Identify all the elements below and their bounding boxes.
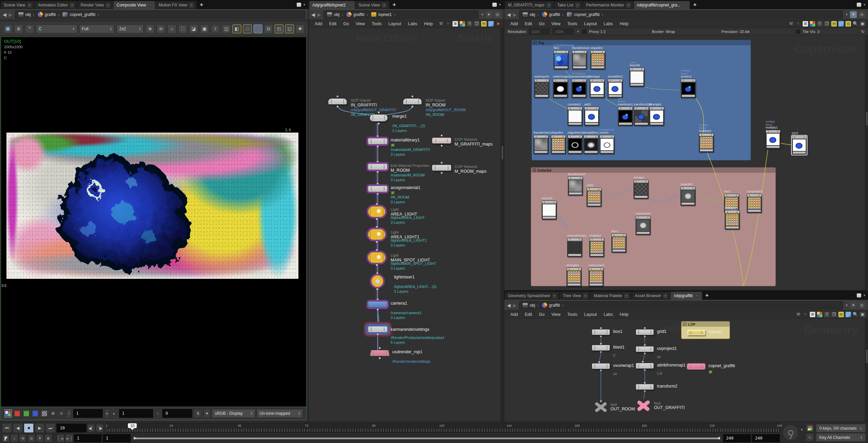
channel-blue-button[interactable] bbox=[32, 409, 39, 418]
scoped-channels-icon[interactable]: ∿ bbox=[806, 433, 814, 441]
lop-node[interactable]: materiallibrary1 /materials/M_GRAFFITI 3… bbox=[368, 138, 387, 144]
input-port[interactable] bbox=[377, 323, 379, 325]
pane-tab[interactable]: Material Palette × bbox=[591, 292, 632, 300]
menu-item[interactable]: Help bbox=[616, 312, 632, 317]
output-port[interactable] bbox=[376, 218, 378, 220]
tab-close-icon[interactable]: × bbox=[547, 3, 551, 7]
pane-tab[interactable]: Motion FX View × bbox=[155, 1, 196, 9]
proxy-checkbox[interactable] bbox=[582, 30, 586, 34]
node-shape[interactable] bbox=[368, 326, 387, 332]
tab-close-icon[interactable]: × bbox=[348, 3, 352, 7]
pane-maximize-icon[interactable] bbox=[297, 3, 301, 7]
plane-select[interactable]: C▲▼ bbox=[36, 24, 77, 33]
lop-node[interactable]: lightmixer1 /lights/AREA_LIGHT... (3) 3 … bbox=[372, 275, 383, 287]
nav-back-icon[interactable]: ◀ bbox=[311, 12, 315, 17]
jump-icon[interactable]: ➤ bbox=[495, 21, 501, 27]
search-icon[interactable]: 🔍 bbox=[853, 312, 858, 317]
tab-close-icon[interactable]: × bbox=[553, 294, 556, 298]
clock-icon[interactable]: ⊙ bbox=[28, 434, 35, 442]
realtime-toggle-icon[interactable]: ▛ bbox=[2, 434, 10, 442]
histogram-icon[interactable] bbox=[25, 24, 34, 33]
lop-node[interactable]: camera1 /cameras/camera1 3 Layers bbox=[368, 302, 387, 307]
bundle-icon[interactable]: ▥ bbox=[846, 21, 851, 27]
sop-node[interactable]: uvunwrap1 uv bbox=[592, 363, 610, 369]
nav-back-icon[interactable]: ◀ bbox=[3, 12, 6, 17]
menu-item[interactable]: Layout bbox=[581, 312, 601, 317]
cop-node[interactable]: multiply Blend multiply3 bbox=[699, 133, 714, 152]
output-port[interactable] bbox=[378, 123, 380, 124]
tab-close-icon[interactable]: × bbox=[70, 3, 74, 7]
step-back-icon[interactable]: ◀▏ bbox=[87, 424, 95, 432]
lop-node[interactable]: Light MAIN_SPOT_LIGHT /lights/MAIN_SPOT_… bbox=[368, 252, 385, 263]
node-footer-slider[interactable] bbox=[591, 95, 604, 97]
zoom-out-icon[interactable]: ⊖ bbox=[157, 24, 165, 33]
node-shape[interactable] bbox=[403, 99, 422, 104]
playhead[interactable]: 10 bbox=[128, 423, 137, 428]
breadcrumb-item[interactable]: graffiti › bbox=[346, 12, 368, 17]
output-port[interactable] bbox=[377, 334, 379, 335]
menu-item[interactable]: Tools bbox=[368, 21, 385, 26]
pixel-aspect-select[interactable]: 2x2▲▼ bbox=[116, 24, 144, 33]
node-card[interactable] bbox=[792, 136, 807, 155]
pane-tab[interactable]: /obj/graffiti × bbox=[671, 292, 702, 300]
cop-node[interactable]: complement invert1 bbox=[600, 135, 615, 154]
sop-node[interactable]: blast1 0 bbox=[592, 345, 610, 351]
gamma-field[interactable]: 1 bbox=[119, 409, 153, 418]
cop-node[interactable]: UV Sample texturesample bbox=[572, 79, 587, 98]
menu-item[interactable]: Go bbox=[536, 21, 548, 26]
input-port[interactable] bbox=[377, 272, 378, 274]
channel-list-icon[interactable]: ≣ bbox=[14, 24, 23, 33]
node-shape[interactable] bbox=[687, 330, 705, 335]
menu-item[interactable]: Layout bbox=[385, 21, 405, 26]
jump-end-icon[interactable]: ⏭ bbox=[46, 423, 55, 433]
node-card[interactable] bbox=[600, 135, 615, 154]
node-card[interactable] bbox=[534, 79, 549, 98]
cop-node[interactable]: constant1 bbox=[568, 107, 583, 126]
gain-increment[interactable]: + bbox=[104, 409, 109, 418]
channel-alpha-button[interactable] bbox=[40, 409, 48, 418]
input-port[interactable] bbox=[376, 226, 378, 228]
pane-tab[interactable]: Performance Monitor × bbox=[583, 1, 633, 9]
node-card[interactable] bbox=[636, 216, 651, 235]
play-reverse-icon[interactable]: ◀ bbox=[13, 423, 23, 433]
node-footer-slider[interactable] bbox=[568, 284, 580, 286]
node-footer-slider[interactable] bbox=[635, 123, 648, 125]
pane-tab[interactable]: M_GRAFFITI_maps × bbox=[505, 1, 554, 9]
sop-node[interactable]: attribfrommap1 Cd bbox=[636, 363, 654, 369]
pane-tab[interactable]: Tree View × bbox=[560, 292, 590, 300]
lop-node[interactable]: karmarendersettings /Render/Products/ren… bbox=[368, 326, 387, 332]
node-shape[interactable] bbox=[368, 206, 385, 217]
sop-node[interactable]: box1 bbox=[592, 329, 610, 335]
pane-menu-icon[interactable]: ▼ bbox=[303, 3, 306, 6]
menu-item[interactable]: Labs bbox=[405, 21, 421, 26]
composite-viewport[interactable]: OUT[10] 2000x1000 fr 10 C 1, 0 0.5 bbox=[1, 37, 307, 407]
dim-background-icon[interactable]: ❋ bbox=[50, 411, 56, 416]
network-box-header[interactable]: − Colorful bbox=[531, 168, 775, 173]
cop-node[interactable]: OUT bbox=[792, 136, 807, 155]
output-port[interactable] bbox=[412, 106, 413, 107]
node-card[interactable] bbox=[608, 79, 623, 98]
visibility-icon[interactable]: ◉ bbox=[860, 312, 865, 317]
breadcrumb-item[interactable]: obj › bbox=[523, 302, 539, 308]
node-card[interactable] bbox=[567, 238, 582, 257]
node-card[interactable] bbox=[551, 135, 566, 154]
radial-menu-icon[interactable]: ◎ bbox=[858, 302, 865, 309]
node-shape[interactable] bbox=[368, 229, 385, 240]
pane-tab[interactable]: Animation Editor × bbox=[35, 1, 77, 9]
node-card[interactable] bbox=[629, 68, 644, 87]
menu-item[interactable]: Tools bbox=[564, 312, 580, 317]
node-footer-slider[interactable] bbox=[573, 66, 586, 68]
wrench-icon[interactable]: ⚒ bbox=[796, 312, 801, 317]
key-all-channels-select[interactable]: Key All Channels▲▼ bbox=[816, 433, 866, 442]
tab-close-icon[interactable]: × bbox=[683, 3, 687, 7]
node-footer-slider[interactable] bbox=[767, 146, 780, 148]
path-menu-icon[interactable]: ▼ bbox=[845, 13, 848, 16]
nav-back-icon[interactable]: ◀ bbox=[507, 12, 511, 17]
cop-node[interactable]: Layer sizeref2 bbox=[542, 201, 557, 220]
node-card[interactable] bbox=[681, 79, 696, 98]
breadcrumb[interactable]: obj › graffiti › copnet_graffiti › bbox=[15, 11, 305, 19]
node-shape[interactable] bbox=[592, 363, 610, 369]
zoom-in-icon[interactable]: ⊕ bbox=[146, 24, 154, 33]
cop-node[interactable]: remap2 bbox=[634, 180, 649, 199]
visibility-icon[interactable]: ◉ bbox=[860, 21, 865, 27]
